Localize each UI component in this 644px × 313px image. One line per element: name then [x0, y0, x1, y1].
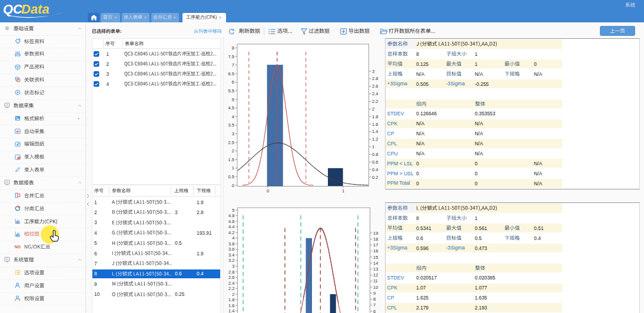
svg-text:4.4: 4.4 — [228, 224, 234, 229]
svg-text:NG: NG — [15, 245, 21, 249]
svg-text:0.8: 0.8 — [372, 152, 378, 157]
svg-text:3.6: 3.6 — [228, 247, 234, 252]
svg-text:5: 5 — [232, 97, 234, 102]
svg-text:2: 2 — [372, 106, 374, 112]
svg-text:3: 3 — [232, 264, 234, 269]
svg-text:1: 1 — [372, 144, 374, 149]
svg-text:3.5: 3.5 — [228, 122, 234, 128]
svg-text:1: 1 — [232, 165, 234, 171]
svg-text:1.4: 1.4 — [372, 129, 378, 134]
svg-text:18: 18 — [373, 237, 378, 242]
svg-text:0: 0 — [232, 183, 234, 188]
svg-text:3.4: 3.4 — [228, 252, 234, 258]
svg-text:2.8: 2.8 — [372, 76, 378, 81]
svg-text:3.8: 3.8 — [228, 241, 234, 247]
svg-text:12: 12 — [373, 272, 378, 278]
svg-text:7.5: 7.5 — [228, 54, 234, 59]
svg-text:6.5: 6.5 — [228, 71, 234, 76]
svg-text:6: 6 — [232, 79, 234, 85]
svg-text:7: 7 — [232, 62, 234, 68]
svg-text:1.6: 1.6 — [372, 122, 378, 127]
svg-text:8: 8 — [232, 45, 234, 51]
svg-text:0.4: 0.4 — [372, 167, 378, 172]
svg-text:2.5: 2.5 — [228, 140, 234, 145]
svg-text:9: 9 — [373, 291, 376, 296]
svg-text:4.2: 4.2 — [228, 230, 234, 235]
svg-text:16: 16 — [373, 248, 378, 254]
svg-text:Data: Data — [21, 2, 49, 16]
svg-text:1: 1 — [342, 188, 344, 194]
svg-text:4.8: 4.8 — [228, 213, 234, 218]
svg-text:19: 19 — [373, 231, 378, 236]
svg-text:1.2: 1.2 — [372, 136, 378, 142]
svg-text:0.2: 0.2 — [372, 175, 378, 180]
svg-text:2.8: 2.8 — [228, 269, 234, 275]
svg-text:2.2: 2.2 — [372, 99, 378, 104]
svg-text:5.5: 5.5 — [228, 88, 234, 94]
svg-text:11: 11 — [373, 278, 378, 284]
svg-text:0.6: 0.6 — [372, 159, 378, 165]
svg-text:1.6: 1.6 — [228, 303, 234, 308]
svg-text:3.2: 3.2 — [228, 258, 234, 263]
svg-text:1.8: 1.8 — [228, 297, 234, 302]
svg-text:2.6: 2.6 — [228, 275, 234, 280]
svg-text:2.4: 2.4 — [372, 91, 378, 96]
svg-text:3: 3 — [372, 69, 374, 74]
svg-text:13: 13 — [373, 267, 378, 272]
svg-text:1.5: 1.5 — [228, 157, 234, 162]
svg-text:2.6: 2.6 — [372, 84, 378, 89]
svg-text:2.2: 2.2 — [228, 286, 234, 291]
svg-text:4.5: 4.5 — [228, 105, 234, 111]
svg-text:7: 7 — [373, 302, 376, 308]
svg-text:0.5: 0.5 — [228, 174, 234, 179]
svg-text:14: 14 — [373, 261, 378, 266]
svg-text:5: 5 — [232, 208, 234, 213]
svg-text:4.6: 4.6 — [228, 219, 234, 224]
svg-text:8: 8 — [373, 297, 376, 302]
svg-text:2: 2 — [232, 148, 234, 154]
svg-text:1.8: 1.8 — [372, 114, 378, 119]
svg-text:QC: QC — [3, 2, 23, 16]
svg-text:10: 10 — [373, 285, 378, 290]
svg-text:2: 2 — [232, 292, 234, 297]
svg-text:3: 3 — [232, 131, 234, 136]
svg-text:2.4: 2.4 — [228, 281, 234, 286]
svg-text:6: 6 — [373, 309, 376, 313]
svg-text:1.4: 1.4 — [228, 308, 234, 313]
svg-text:4: 4 — [232, 114, 234, 119]
svg-text:0: 0 — [267, 188, 269, 194]
svg-text:17: 17 — [373, 242, 378, 248]
svg-text:4: 4 — [232, 235, 234, 241]
svg-text:15: 15 — [373, 255, 378, 260]
